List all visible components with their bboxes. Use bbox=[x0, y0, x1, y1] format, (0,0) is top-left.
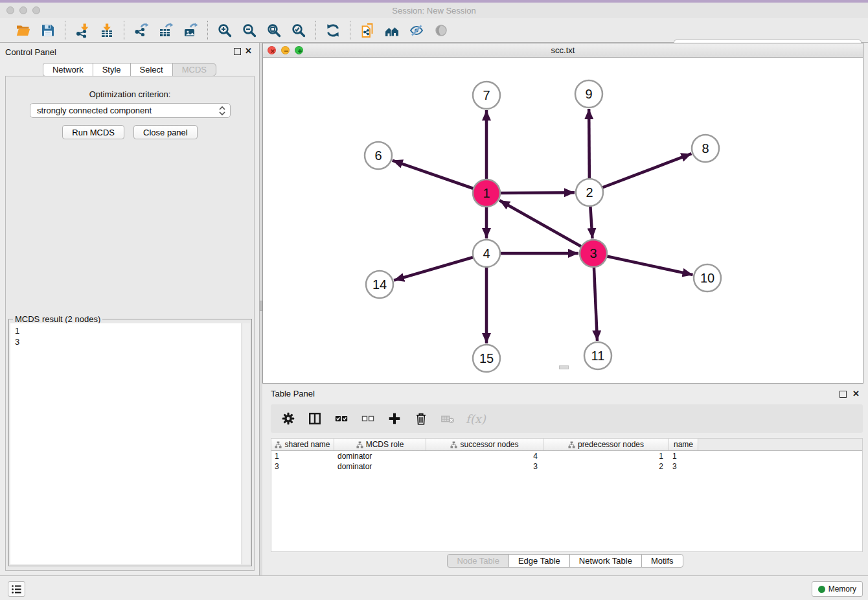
status-bar: Memory bbox=[0, 575, 868, 600]
header-filler bbox=[698, 439, 862, 450]
column-header-shared-name[interactable]: shared name bbox=[271, 439, 334, 450]
column-header-successor-nodes[interactable]: successor nodes bbox=[426, 439, 543, 450]
graph-node-label-14: 14 bbox=[372, 277, 387, 292]
graph-edge-1-6[interactable] bbox=[393, 161, 486, 193]
graph-edge-4-14[interactable] bbox=[394, 253, 486, 281]
trash-icon bbox=[414, 411, 428, 426]
table-row[interactable]: 1 dominator 4 1 1 bbox=[271, 451, 862, 461]
delete-row-button[interactable] bbox=[413, 410, 429, 427]
add-row-button[interactable] bbox=[386, 410, 403, 427]
import-table-button[interactable] bbox=[97, 20, 117, 41]
network-from-file-button[interactable] bbox=[357, 20, 378, 41]
network-window-titlebar[interactable]: scc.txt bbox=[263, 43, 863, 58]
cell-successor-nodes[interactable]: 4 bbox=[426, 451, 543, 461]
graph-node-label-1: 1 bbox=[483, 186, 490, 200]
cell-shared-name[interactable]: 3 bbox=[271, 461, 334, 472]
sort-icon bbox=[568, 441, 575, 448]
float-panel-icon[interactable] bbox=[234, 48, 241, 55]
cell-successor-nodes[interactable]: 3 bbox=[426, 461, 543, 472]
mcds-result-item: 1 bbox=[15, 325, 241, 336]
export-network-button[interactable] bbox=[131, 20, 152, 41]
open-session-button[interactable] bbox=[13, 20, 34, 41]
tab-style[interactable]: Style bbox=[93, 63, 131, 76]
graph-node-label-8: 8 bbox=[702, 141, 709, 156]
criterion-select[interactable]: strongly connected component bbox=[30, 103, 231, 118]
zoom-fit-icon bbox=[266, 23, 282, 38]
export-table-icon bbox=[158, 23, 174, 38]
save-floppy-icon bbox=[40, 23, 56, 38]
sort-icon bbox=[450, 441, 457, 448]
memory-button[interactable]: Memory bbox=[812, 581, 863, 597]
cell-name[interactable]: 3 bbox=[669, 461, 698, 472]
unselect-all-columns-button[interactable] bbox=[360, 410, 376, 427]
tab-network[interactable]: Network bbox=[43, 63, 93, 76]
graph-edge-2-8[interactable] bbox=[589, 154, 691, 192]
column-settings-button[interactable] bbox=[280, 410, 297, 427]
tab-mcds[interactable]: MCDS bbox=[172, 63, 216, 76]
control-panel: Control Panel ✕ Network Style Select MCD… bbox=[0, 43, 259, 575]
export-image-button[interactable] bbox=[180, 20, 201, 41]
control-panel-tabs: Network Style Select MCDS bbox=[0, 63, 259, 76]
export-table-button[interactable] bbox=[155, 20, 176, 41]
graph-node-label-4: 4 bbox=[483, 246, 490, 260]
mcds-result-group: MCDS result (2 nodes) 1 3 bbox=[8, 319, 252, 566]
houses-icon bbox=[384, 23, 400, 38]
mcds-result-title: MCDS result (2 nodes) bbox=[13, 314, 102, 324]
cell-predecessor-nodes[interactable]: 2 bbox=[543, 461, 669, 472]
criterion-value: strongly connected component bbox=[37, 106, 152, 115]
tab-network-table[interactable]: Network Table bbox=[569, 554, 642, 568]
task-history-button[interactable] bbox=[8, 581, 25, 597]
cell-mcds-role[interactable]: dominator bbox=[334, 451, 426, 461]
column-header-predecessor-nodes[interactable]: predecessor nodes bbox=[543, 439, 669, 450]
graph-node-label-2: 2 bbox=[586, 185, 593, 200]
float-table-panel-icon[interactable] bbox=[839, 391, 847, 398]
network-file-icon bbox=[360, 23, 375, 38]
zoom-in-button[interactable] bbox=[214, 20, 235, 41]
home-button[interactable] bbox=[382, 20, 402, 41]
destroy-table-disabled-button[interactable] bbox=[439, 410, 456, 427]
save-session-button[interactable] bbox=[38, 20, 58, 41]
select-all-columns-button[interactable] bbox=[333, 410, 350, 427]
column-header-mcds-role[interactable]: MCDS role bbox=[334, 439, 426, 450]
hide-panels-button[interactable] bbox=[406, 20, 427, 41]
graph-edge-3-1[interactable] bbox=[499, 200, 593, 253]
eye-disabled-icon bbox=[433, 23, 449, 38]
network-canvas[interactable]: 7968124314101511 bbox=[263, 58, 863, 383]
destroy-table-icon bbox=[440, 411, 455, 426]
graph-node-label-10: 10 bbox=[700, 271, 714, 285]
refresh-icon bbox=[325, 23, 341, 38]
tab-select[interactable]: Select bbox=[130, 63, 173, 76]
close-panel-button[interactable]: Close panel bbox=[133, 125, 198, 139]
result-scrollbar[interactable] bbox=[242, 323, 250, 564]
zoom-out-button[interactable] bbox=[239, 20, 260, 41]
zoom-selected-icon bbox=[291, 23, 306, 38]
zoom-selected-button[interactable] bbox=[288, 20, 309, 41]
column-header-name[interactable]: name bbox=[669, 439, 698, 450]
refresh-layout-button[interactable] bbox=[323, 20, 343, 41]
optimization-criterion-label: Optimization criterion: bbox=[6, 89, 254, 99]
import-network-button[interactable] bbox=[72, 20, 93, 41]
session-title: Session: New Session bbox=[0, 6, 868, 16]
graph-node-label-15: 15 bbox=[479, 351, 494, 365]
close-table-panel-icon[interactable]: ✕ bbox=[852, 389, 860, 398]
node-table: shared name MCDS role successor nodes pr… bbox=[271, 438, 863, 552]
zoom-fit-button[interactable] bbox=[264, 20, 284, 41]
horizontal-splitter-handle[interactable] bbox=[559, 365, 569, 369]
tab-motifs[interactable]: Motifs bbox=[641, 554, 683, 568]
run-mcds-button[interactable]: Run MCDS bbox=[62, 125, 124, 139]
sort-icon bbox=[275, 441, 282, 448]
cell-shared-name[interactable]: 1 bbox=[271, 451, 334, 461]
tab-node-table[interactable]: Node Table bbox=[447, 554, 509, 568]
show-panels-disabled-button[interactable] bbox=[431, 20, 451, 41]
show-columns-button[interactable] bbox=[306, 410, 323, 427]
network-view-window: scc.txt 7968124314101511 bbox=[262, 43, 863, 384]
sort-icon bbox=[356, 441, 363, 448]
function-builder-icon[interactable]: f(x) bbox=[466, 412, 486, 426]
tab-edge-table[interactable]: Edge Table bbox=[508, 554, 570, 568]
cell-name[interactable]: 1 bbox=[669, 451, 698, 461]
close-panel-icon[interactable]: ✕ bbox=[245, 47, 252, 55]
cell-mcds-role[interactable]: dominator bbox=[334, 461, 426, 472]
graph-edge-3-10[interactable] bbox=[593, 253, 693, 275]
table-row[interactable]: 3 dominator 3 2 3 bbox=[271, 461, 862, 472]
cell-predecessor-nodes[interactable]: 1 bbox=[543, 451, 669, 461]
